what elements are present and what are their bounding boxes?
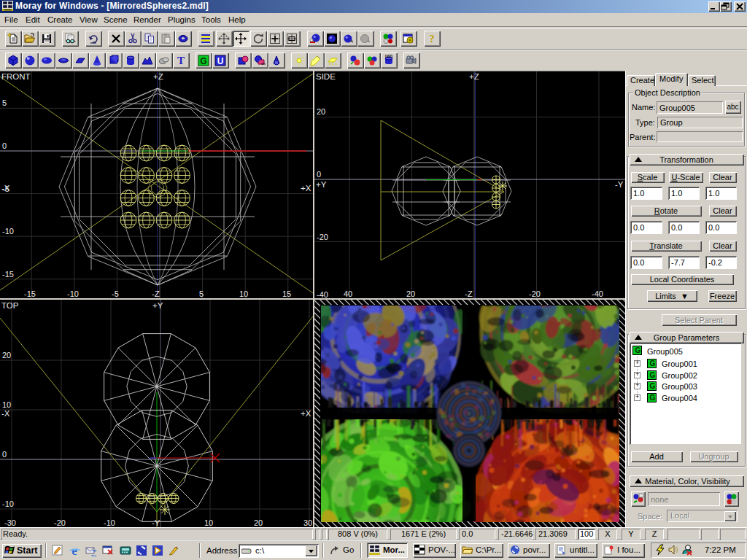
svg-text:10: 10 xyxy=(204,518,213,527)
svg-text:e: e xyxy=(71,545,77,556)
svg-text:40: 40 xyxy=(344,289,352,298)
svg-text:-10: -10 xyxy=(104,518,115,527)
svg-text:-20: -20 xyxy=(317,233,328,241)
svg-text:-20: -20 xyxy=(54,518,66,527)
svg-text:0: 0 xyxy=(317,170,321,179)
svg-text:30: 30 xyxy=(303,518,312,527)
svg-text:-X: -X xyxy=(1,409,10,418)
svg-text:20: 20 xyxy=(2,351,11,359)
svg-text:+Y: +Y xyxy=(316,180,327,189)
svg-text:10: 10 xyxy=(239,289,248,298)
svg-text:-Z: -Z xyxy=(465,289,473,298)
svg-text:+Z: +Z xyxy=(469,72,479,81)
svg-text:-10: -10 xyxy=(2,499,14,508)
svg-text:5: 5 xyxy=(199,289,204,298)
svg-text:+X: +X xyxy=(301,184,311,192)
svg-text:-20: -20 xyxy=(529,289,541,298)
svg-text:-10: -10 xyxy=(67,289,79,298)
svg-text:SIDE: SIDE xyxy=(316,72,336,81)
svg-text:-X: -X xyxy=(1,184,10,192)
svg-text:-10: -10 xyxy=(2,227,14,236)
svg-text:U: U xyxy=(217,56,224,66)
svg-text:csg: csg xyxy=(261,61,266,66)
svg-text:+Y: +Y xyxy=(152,301,163,310)
svg-text:20: 20 xyxy=(317,107,325,116)
svg-text:10: 10 xyxy=(2,400,11,409)
svg-text:20: 20 xyxy=(254,518,263,527)
svg-text:G: G xyxy=(200,56,206,66)
svg-text:-Y: -Y xyxy=(615,180,624,189)
svg-text:+X: +X xyxy=(301,409,311,418)
svg-text:T: T xyxy=(177,55,185,66)
svg-text:?: ? xyxy=(430,34,435,44)
svg-text:-40: -40 xyxy=(592,289,603,298)
svg-text:-Z: -Z xyxy=(152,289,160,298)
svg-text:5: 5 xyxy=(2,98,7,107)
svg-text:-30: -30 xyxy=(4,518,16,527)
svg-text:FRONT: FRONT xyxy=(1,72,31,81)
svg-text:15: 15 xyxy=(282,289,291,298)
svg-text:-15: -15 xyxy=(24,289,36,298)
svg-text:0: 0 xyxy=(2,141,7,150)
svg-text:UDO: UDO xyxy=(385,55,392,58)
svg-text:TOP: TOP xyxy=(1,301,19,310)
svg-text:+Z: +Z xyxy=(153,72,163,81)
svg-text:-40: -40 xyxy=(317,290,328,298)
svg-text:0: 0 xyxy=(2,450,7,459)
svg-text:-5: -5 xyxy=(112,289,119,298)
svg-text:-Y: -Y xyxy=(152,518,160,527)
svg-text:-15: -15 xyxy=(2,270,14,279)
svg-text:20: 20 xyxy=(406,289,415,298)
